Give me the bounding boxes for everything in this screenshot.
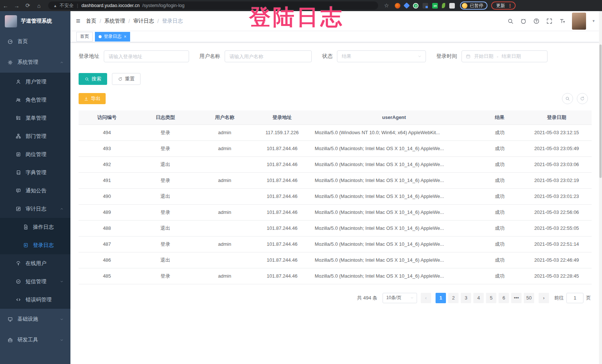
cell-type: 登录	[135, 204, 195, 220]
browser-update-button[interactable]: 更新 ⋮	[491, 1, 516, 10]
sidebar-item-label: 登录日志	[33, 242, 54, 249]
goto-page-input[interactable]	[566, 293, 583, 303]
sidebar-item-system-mgmt[interactable]: 系统管理	[0, 52, 70, 73]
header-search-icon[interactable]	[507, 18, 514, 24]
extension-orange-icon[interactable]	[395, 3, 400, 9]
cell-user_agent: Mozilla/5.0 (Macintosh; Intel Mac OS X 1…	[310, 204, 478, 220]
sidebar-logo[interactable]: 芋道管理系统	[0, 11, 70, 31]
sidebar-item-menu-mgmt[interactable]: 菜单管理	[0, 109, 70, 127]
sidebar-item-dev-tools[interactable]: 研发工具	[0, 330, 70, 350]
tab-close-icon[interactable]: ×	[124, 34, 126, 39]
font-size-icon[interactable]	[559, 18, 566, 24]
address-divider: |	[77, 3, 78, 8]
reset-button[interactable]: 重置	[112, 73, 140, 85]
breadcrumb-home[interactable]: 首页	[86, 18, 96, 24]
page-button-5[interactable]: 5	[486, 293, 496, 303]
page-button-3[interactable]: 3	[461, 293, 471, 303]
browser-profile-chip[interactable]: 已暂停	[460, 1, 487, 10]
filter-login-address: 登录地址	[79, 50, 189, 62]
sidebar-item-role-mgmt[interactable]: 角色管理	[0, 91, 70, 109]
tab-home[interactable]: 首页	[76, 32, 93, 42]
breadcrumb-system[interactable]: 系统管理	[105, 18, 125, 24]
extensions-puzzle-icon[interactable]	[449, 3, 455, 9]
pager-ellipsis[interactable]: •••	[511, 293, 522, 303]
extension-green-icon[interactable]: y	[413, 3, 419, 9]
hamburger-icon[interactable]: ≡	[70, 17, 86, 25]
username-input[interactable]	[225, 50, 312, 62]
cell-type: 登录	[135, 172, 195, 188]
extension-leaf-icon[interactable]	[442, 3, 445, 8]
prev-page-button[interactable]: ‹	[421, 293, 431, 303]
login-address-input[interactable]	[104, 50, 189, 62]
cell-user_agent: Mozilla/5.0 (Windows NT 10.0; Win64; x64…	[310, 125, 478, 140]
page-button-6[interactable]: 6	[499, 293, 509, 303]
sidebar-item-post-mgmt[interactable]: 岗位管理	[0, 145, 70, 163]
search-button[interactable]: 搜索	[79, 73, 107, 85]
extension-gem-icon[interactable]	[404, 3, 410, 9]
scrollbar-thumb[interactable]	[599, 44, 602, 178]
fullscreen-icon[interactable]	[546, 18, 553, 24]
page-button-50[interactable]: 50	[524, 293, 534, 303]
code-icon	[16, 297, 21, 302]
status-select[interactable]: 结果	[337, 50, 426, 62]
notice-icon	[16, 188, 21, 193]
browser-forward-icon[interactable]: →	[11, 3, 22, 9]
cell-result: 成功	[478, 156, 522, 172]
browser-back-icon[interactable]: ←	[0, 3, 11, 9]
cell-result: 成功	[478, 220, 522, 236]
sidebar-item-audit-log[interactable]: 审计日志	[0, 200, 70, 218]
page-button-4[interactable]: 4	[473, 293, 484, 303]
page-button-1[interactable]: 1	[436, 293, 446, 303]
sidebar-item-infrastructure[interactable]: 基础设施	[0, 309, 70, 330]
browser-reload-icon[interactable]: ⟳	[22, 2, 33, 9]
tab-login-log[interactable]: 登录日志 ×	[95, 32, 130, 42]
github-icon[interactable]	[520, 18, 527, 24]
filter-login-time: 登录时间 开始日期 - 结束日期	[436, 50, 548, 62]
cell-result: 成功	[478, 140, 522, 156]
sidebar-item-notice[interactable]: 通知公告	[0, 182, 70, 200]
extension-on-icon[interactable]: on	[432, 3, 438, 9]
page-button-2[interactable]: 2	[448, 293, 459, 303]
browser-home-icon[interactable]: ⌂	[33, 3, 44, 9]
end-date-placeholder: 结束日期	[502, 53, 521, 60]
sidebar-item-operation-log[interactable]: 操作日志	[0, 218, 70, 236]
toggle-search-button[interactable]	[562, 93, 573, 104]
refresh-table-button[interactable]	[577, 93, 588, 104]
login-log-icon	[23, 242, 29, 248]
date-range-picker[interactable]: 开始日期 - 结束日期	[462, 50, 548, 62]
sidebar-item-login-log[interactable]: 登录日志	[0, 236, 70, 254]
sidebar-item-dict-mgmt[interactable]: 字典管理	[0, 163, 70, 182]
online-icon	[16, 261, 21, 266]
cell-result: 成功	[478, 268, 522, 284]
browser-chrome: ← → ⟳ ⌂ ▲ 不安全 | dashboard.yudao.iocoder.…	[0, 0, 602, 11]
range-separator: -	[497, 54, 498, 59]
sidebar-item-online-users[interactable]: 在线用户	[0, 254, 70, 272]
page-size-select[interactable]: 10条/页	[383, 293, 417, 303]
sidebar-item-error-code-mgmt[interactable]: 错误码管理	[0, 291, 70, 309]
sidebar-item-user-mgmt[interactable]: 用户管理	[0, 73, 70, 91]
extension-grid-icon[interactable]	[423, 3, 428, 9]
cell-type: 登录	[135, 140, 195, 156]
breadcrumb-audit[interactable]: 审计日志	[133, 18, 154, 24]
page-buttons: 123456•••50	[436, 293, 534, 303]
export-button[interactable]: 导出	[79, 93, 106, 104]
cell-result: 成功	[478, 188, 522, 204]
cell-type: 退出	[135, 220, 195, 236]
address-bar[interactable]: ▲ 不安全 | dashboard.yudao.iocoder.cn/syste…	[48, 1, 378, 10]
next-page-button[interactable]: ›	[539, 293, 549, 303]
cell-username: admin	[195, 268, 254, 284]
cell-ip: 101.87.244.46	[254, 204, 310, 220]
bookmark-star-icon[interactable]: ☆	[384, 2, 389, 9]
user-avatar[interactable]	[572, 13, 586, 30]
sidebar-item-dept-mgmt[interactable]: 部门管理	[0, 127, 70, 145]
avatar-caret-down-icon[interactable]: ▾	[592, 19, 595, 23]
breadcrumb-separator: /	[157, 18, 159, 24]
sidebar-item-label: 在线用户	[26, 260, 46, 267]
sidebar-item-label: 菜单管理	[26, 115, 46, 122]
cell-login_date: 2021-05-03 22:28:45	[522, 268, 592, 284]
browser-menu-kebab-icon[interactable]: ⋮	[507, 3, 512, 9]
help-icon[interactable]	[533, 18, 540, 24]
sidebar-item-sms-mgmt[interactable]: 短信管理	[0, 272, 70, 291]
table-row: 493登录admin101.87.244.46Mozilla/5.0 (Maci…	[79, 140, 592, 156]
sidebar-item-home[interactable]: 首页	[0, 31, 70, 52]
